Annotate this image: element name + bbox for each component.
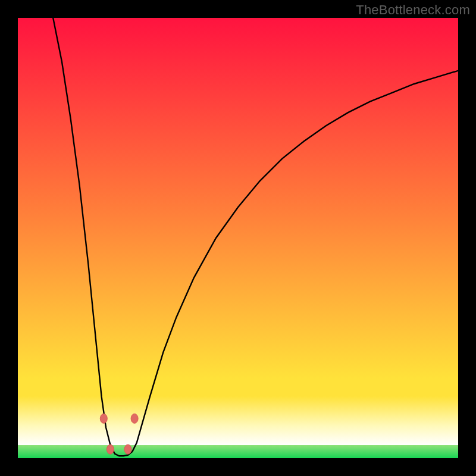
plot-area	[18, 18, 458, 458]
highlight-marker	[100, 414, 107, 423]
bottleneck-curve	[53, 18, 458, 456]
highlight-markers	[100, 414, 138, 454]
curve-layer	[18, 18, 458, 458]
highlight-marker	[124, 444, 131, 454]
watermark-text: TheBottleneck.com	[356, 2, 470, 18]
highlight-marker	[131, 414, 138, 423]
highlight-marker	[107, 444, 114, 454]
